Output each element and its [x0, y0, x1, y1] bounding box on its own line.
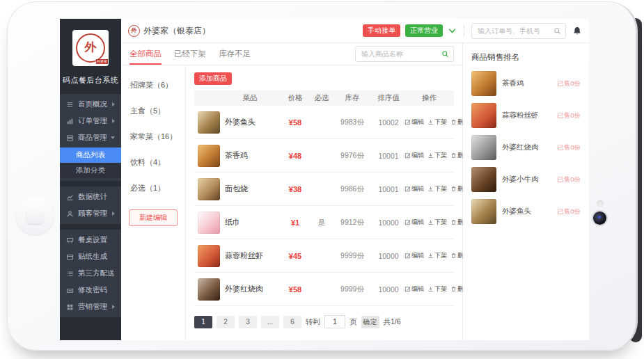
dish-photo — [198, 145, 220, 167]
sidebar-item-label: 商品管理 — [78, 133, 107, 143]
chevron-down-icon[interactable] — [448, 26, 457, 35]
tab-off-shelf[interactable]: 已经下架 — [174, 43, 206, 65]
trash-icon — [450, 186, 457, 192]
dish-photo — [198, 278, 220, 301]
dish-sort: 10001 — [372, 185, 405, 193]
takedown-button[interactable]: 下架 — [427, 151, 447, 160]
dish-sort: 10000 — [372, 252, 405, 260]
edit-button[interactable]: 编辑 — [405, 251, 424, 260]
camera-lens — [593, 212, 606, 225]
ranking-sold-count: 已售0份 — [557, 175, 581, 184]
dish-sort: 10002 — [372, 118, 405, 127]
sidebar-item-goods-management[interactable]: 商品管理 — [60, 129, 121, 146]
sidebar-item-sticker-generation[interactable]: 贴纸生成 — [60, 248, 121, 265]
brand-logo: 外 外婆家 — [72, 30, 109, 66]
sidebar-item-label: 数据统计 — [78, 192, 107, 202]
page-button-3[interactable]: 3 — [239, 316, 257, 328]
trash-icon — [450, 152, 457, 159]
sidebar-item-third-party-delivery[interactable]: 第三方配送 — [60, 265, 121, 282]
manual-order-button[interactable]: 手动接单 — [363, 24, 400, 37]
header-price: 价格 — [279, 93, 311, 103]
page-button-6[interactable]: 6 — [283, 316, 301, 328]
table-row: 蒜蓉粉丝虾 ¥45 9999份 10000 编辑 下架 删除 — [194, 239, 454, 273]
bell-icon[interactable] — [572, 26, 582, 36]
ranking-sold-count: 已售0份 — [557, 143, 581, 152]
dish-name: 外婆红烧肉 — [221, 284, 279, 294]
dish-name: 外婆鱼头 — [221, 117, 279, 127]
page-button-2[interactable]: 2 — [217, 316, 235, 328]
takedown-button[interactable]: 下架 — [427, 285, 447, 294]
trash-icon — [450, 219, 457, 225]
dish-price: ¥45 — [279, 252, 311, 260]
edit-button[interactable]: 编辑 — [405, 184, 424, 193]
sidebar-item-table-settings[interactable]: 餐桌设置 — [60, 232, 121, 248]
header-dish: 菜品 — [221, 93, 279, 103]
category-list: 招牌菜（6） 主食（5） 家常菜（16） 饮料（4） 必选（1） 新建编辑 — [121, 65, 186, 340]
edit-button[interactable]: 编辑 — [405, 118, 424, 127]
business-status-button[interactable]: 正常营业 — [405, 24, 443, 37]
goods-search-input[interactable] — [360, 49, 439, 58]
pencil-square-icon — [405, 119, 411, 125]
home-button-square — [26, 207, 43, 224]
keyboard-icon — [66, 287, 74, 294]
category-item[interactable]: 主食（5） — [121, 98, 185, 124]
pencil-square-icon — [405, 253, 411, 259]
action-label: 编辑 — [411, 118, 424, 127]
takedown-button[interactable]: 下架 — [427, 251, 447, 260]
category-item[interactable]: 饮料（4） — [121, 150, 185, 175]
ranking-sold-count: 已售0份 — [557, 79, 581, 88]
sidebar-item-home-overview[interactable]: 首页概况 — [60, 96, 121, 113]
divider — [464, 24, 464, 37]
order-search-input[interactable] — [476, 26, 551, 35]
sidebar-item-label: 餐桌设置 — [78, 235, 107, 245]
sidebar-item-customer-management[interactable]: 顾客管理 — [60, 205, 121, 222]
line-chart-icon — [66, 193, 74, 201]
pencil-square-icon — [405, 286, 411, 292]
category-item[interactable]: 家常菜（16） — [121, 124, 185, 150]
card-icon — [66, 253, 74, 261]
sidebar-item-add-category[interactable]: 添加分类 — [60, 163, 121, 178]
header-sort: 排序值 — [372, 93, 405, 103]
user-icon — [66, 210, 74, 218]
tab-all-goods[interactable]: 全部商品 — [129, 43, 162, 65]
category-item[interactable]: 招牌菜（6） — [121, 72, 185, 98]
dish-photo — [471, 103, 496, 128]
store-name: 外婆家（银泰店） — [143, 25, 210, 37]
new-edit-button[interactable]: 新建编辑 — [129, 209, 178, 226]
sidebar-item-label: 第三方配送 — [78, 269, 115, 278]
add-goods-button[interactable]: 添加商品 — [194, 72, 232, 85]
trash-icon — [450, 119, 457, 125]
sidebar-item-order-management[interactable]: 订单管理 — [60, 113, 121, 129]
edit-button[interactable]: 编辑 — [405, 218, 424, 227]
device-frame: 外 外婆家 码点餐后台系统 首页概况 订单管理 — [7, 1, 638, 351]
goto-page-input[interactable] — [324, 315, 345, 328]
sidebar-item-data-statistics[interactable]: 数据统计 — [60, 189, 121, 205]
ranking-item: 蒜蓉粉丝虾 已售0份 — [471, 103, 581, 128]
goods-tabs: 全部商品 已经下架 库存不足 — [121, 43, 462, 65]
edit-button[interactable]: 编辑 — [405, 151, 424, 160]
sidebar-item-change-password[interactable]: 修改密码 — [60, 282, 121, 298]
action-label: 下架 — [434, 285, 447, 294]
takedown-button[interactable]: 下架 — [427, 184, 447, 193]
ranking-item: 外婆红烧肉 已售0份 — [471, 135, 581, 160]
dish-price: ¥48 — [279, 152, 311, 160]
app-screen: 外 外婆家 码点餐后台系统 首页概况 订单管理 — [60, 19, 589, 340]
tab-low-stock[interactable]: 库存不足 — [219, 43, 251, 65]
category-item[interactable]: 必选（1） — [121, 175, 185, 201]
list-lines-icon — [66, 270, 74, 278]
sidebar-item-goods-list[interactable]: 商品列表 — [60, 147, 121, 163]
page-ellipsis: ... — [261, 316, 279, 328]
sidebar-item-marketing-management[interactable]: 营销管理 — [60, 298, 121, 315]
dish-photo — [471, 135, 496, 160]
confirm-button[interactable]: 确定 — [361, 316, 379, 328]
stacked-goods-icon — [66, 134, 74, 142]
page-button-1[interactable]: 1 — [194, 316, 212, 328]
chevron-right-icon — [112, 119, 115, 123]
pagination: 1 2 3 ... 6 转到 页 确定 共1/6 — [194, 306, 454, 335]
ranking-item: 外婆鱼头 已售0份 — [471, 199, 581, 224]
edit-button[interactable]: 编辑 — [405, 285, 424, 294]
takedown-button[interactable]: 下架 — [427, 118, 447, 127]
dish-photo — [198, 212, 220, 234]
takedown-button[interactable]: 下架 — [427, 218, 447, 227]
action-label: 编辑 — [411, 151, 424, 160]
